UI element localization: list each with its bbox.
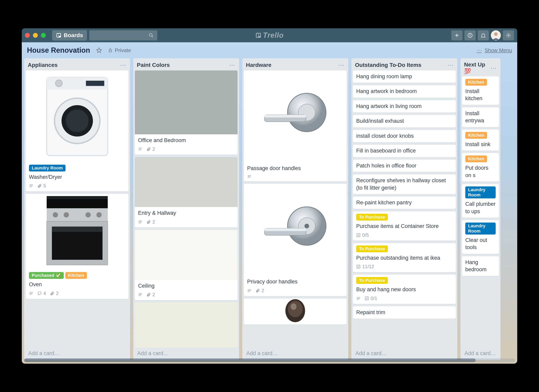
- card-title: Ceiling: [138, 282, 234, 289]
- card-badges: 0/5: [356, 232, 452, 238]
- list-menu-button[interactable]: ⋯: [229, 61, 236, 68]
- window-close[interactable]: [25, 33, 30, 38]
- board-canvas[interactable]: Appliances⋯Laundry RoomWasher/Dryer5Purc…: [22, 58, 517, 364]
- card[interactable]: Repaint trim: [353, 306, 456, 319]
- window-minimize[interactable]: [33, 33, 38, 38]
- list-cards[interactable]: Passage door handlesPrivacy door handles…: [242, 71, 348, 348]
- boards-button[interactable]: Boards: [52, 30, 87, 41]
- card-body: Re-paint kitchen pantry: [353, 197, 456, 209]
- card[interactable]: Patch holes in office floor: [353, 160, 456, 172]
- card[interactable]: To PurchasePurchase items at Container S…: [353, 211, 456, 241]
- add-card-button[interactable]: Add a card…: [133, 348, 239, 360]
- card[interactable]: [135, 302, 238, 348]
- card[interactable]: Hang bedroom: [462, 256, 499, 276]
- card[interactable]: Office and Bedroom2: [135, 71, 238, 155]
- label-kitchen[interactable]: Kitchen: [465, 156, 487, 162]
- search-input[interactable]: [89, 30, 157, 40]
- add-card-button[interactable]: Add a card…: [351, 348, 457, 360]
- list-cards[interactable]: Office and Bedroom2Entry & Hallway2Ceili…: [133, 71, 239, 348]
- board-title[interactable]: House Renovation: [27, 46, 90, 54]
- card[interactable]: Laundry RoomWasher/Dryer5: [26, 71, 129, 191]
- add-card-button[interactable]: Add a card…: [461, 348, 500, 360]
- label-laundry_room[interactable]: Laundry Room: [465, 186, 496, 198]
- label-kitchen[interactable]: Kitchen: [465, 79, 487, 86]
- card[interactable]: Install entrywa: [462, 107, 499, 127]
- list-title[interactable]: Hardware: [246, 62, 338, 68]
- description-badge: [29, 291, 33, 296]
- card[interactable]: KitchenInstall sink: [462, 130, 499, 151]
- card[interactable]: Privacy door handles2: [244, 184, 346, 296]
- card-title: Hang artwork in living room: [356, 103, 452, 110]
- card-badges: [247, 174, 343, 179]
- card[interactable]: Hang dining room lamp: [353, 71, 456, 83]
- label-to_purchase[interactable]: To Purchase: [356, 277, 388, 284]
- user-avatar[interactable]: [491, 30, 501, 40]
- scrollbar-thumb[interactable]: [24, 359, 476, 362]
- list-title[interactable]: Paint Colors: [137, 62, 229, 68]
- card[interactable]: Ceiling2: [135, 230, 238, 300]
- card[interactable]: Hang artwork in bedroom: [353, 85, 456, 98]
- card[interactable]: Entry & Hallway2: [135, 157, 238, 227]
- boards-label: Boards: [64, 32, 83, 38]
- label-purchased[interactable]: Purchased ✅: [29, 272, 64, 279]
- checklist-badge: 0/5: [356, 232, 369, 238]
- window-maximize[interactable]: [41, 33, 46, 38]
- create-button[interactable]: [451, 30, 462, 40]
- list-cards[interactable]: KitchenInstall kitchenInstall entrywaKit…: [461, 76, 500, 348]
- card-body: Hang artwork in living room: [353, 100, 456, 113]
- label-kitchen[interactable]: Kitchen: [65, 272, 87, 279]
- list-title[interactable]: Outstanding To-Do Items: [355, 62, 447, 68]
- list-menu-button[interactable]: ⋯: [120, 61, 126, 68]
- card[interactable]: Re-paint kitchen pantry: [353, 197, 456, 209]
- card[interactable]: KitchenInstall kitchen: [462, 76, 499, 105]
- list-title[interactable]: Next Up 💯: [464, 61, 491, 75]
- horizontal-scrollbar[interactable]: [24, 359, 515, 362]
- label-laundry_room[interactable]: Laundry Room: [465, 222, 496, 235]
- svg-point-14: [494, 32, 498, 36]
- list-menu-button[interactable]: ⋯: [491, 65, 497, 71]
- privacy-button[interactable]: Private: [108, 47, 131, 53]
- card[interactable]: install closet door knobs: [353, 130, 456, 142]
- trello-logo[interactable]: Trello: [255, 31, 284, 39]
- card[interactable]: Laundry RoomCall plumber to ups: [462, 184, 499, 218]
- card[interactable]: Fill in baseboard in office: [353, 145, 456, 157]
- show-menu-button[interactable]: ⋯ Show Menu: [477, 47, 512, 53]
- info-button[interactable]: [464, 30, 476, 40]
- add-card-button[interactable]: Add a card…: [24, 348, 130, 360]
- list-cards[interactable]: Hang dining room lampHang artwork in bed…: [351, 71, 457, 348]
- list-cards[interactable]: Laundry RoomWasher/Dryer5Purchased ✅Kitc…: [24, 71, 130, 348]
- card[interactable]: KitchenPut doors on s: [462, 153, 499, 182]
- card-title: Purchase items at Container Store: [356, 222, 452, 230]
- card[interactable]: Passage door handles: [244, 71, 346, 181]
- list-menu-button[interactable]: ⋯: [338, 61, 345, 68]
- card-badges: 11/12: [356, 264, 452, 269]
- star-button[interactable]: [96, 47, 102, 53]
- card-title: Clear out tools: [465, 236, 496, 251]
- svg-rect-7: [259, 33, 260, 36]
- label-laundry_room[interactable]: Laundry Room: [29, 165, 66, 171]
- label-to_purchase[interactable]: To Purchase: [356, 246, 388, 252]
- card-body: Purchased ✅KitchenOven42: [26, 270, 129, 299]
- card-body: KitchenPut doors on s: [462, 153, 499, 182]
- card-badges: 2: [138, 146, 234, 152]
- card[interactable]: Hang artwork in living room: [353, 100, 456, 113]
- card[interactable]: To PurchaseBuy and hang new doors0/1: [353, 275, 456, 304]
- notifications-button[interactable]: [478, 30, 489, 40]
- card[interactable]: To PurchasePurchase outstanding items at…: [353, 243, 456, 272]
- checklist-badge: 0/1: [365, 296, 377, 301]
- card[interactable]: Build/install exhaust: [353, 115, 456, 127]
- add-card-button[interactable]: Add a card…: [242, 348, 348, 360]
- svg-point-31: [63, 212, 69, 217]
- app-window: Boards Trello House Renovation Private ⋯…: [22, 28, 517, 364]
- list-menu-button[interactable]: ⋯: [447, 61, 454, 68]
- card-body: KitchenInstall kitchen: [462, 76, 499, 105]
- card[interactable]: Purchased ✅KitchenOven42: [26, 194, 129, 299]
- list-title[interactable]: Appliances: [28, 62, 120, 68]
- label-to_purchase[interactable]: To Purchase: [356, 214, 388, 221]
- label-kitchen[interactable]: Kitchen: [465, 132, 487, 139]
- card[interactable]: [244, 299, 346, 325]
- card[interactable]: Laundry RoomClear out tools: [462, 220, 499, 254]
- titlebar-right: [451, 30, 514, 40]
- card[interactable]: Reconfigure shelves in hallway closet (t…: [353, 175, 456, 194]
- settings-button[interactable]: [503, 30, 514, 40]
